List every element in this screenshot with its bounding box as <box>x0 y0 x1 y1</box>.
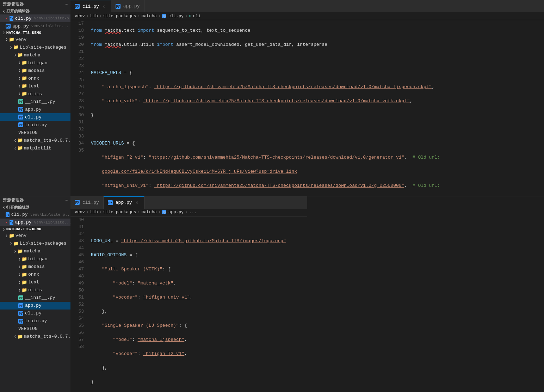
pane-main-top: py cli.py ✕ py app.py venv › Lib › site-… <box>70 0 544 196</box>
folder-icon-hifigan-top: 📁 <box>21 60 27 66</box>
open-file-cli-top[interactable]: ✕ py cli.py venv\Lib\site-p... <box>0 14 70 22</box>
sidebar-menu-icon-bottom[interactable]: ⋯ <box>65 198 68 202</box>
folder-icon-matcha-tts-bottom: 📁 <box>17 334 23 339</box>
folder-icon-models-top: 📁 <box>21 68 27 73</box>
section-project-top[interactable]: ❯ MATCHA-TTS-DEMO <box>0 30 70 36</box>
tree-lib-top[interactable]: ❯ 📁 Lib\site-packages <box>0 43 70 51</box>
chevron-open-bottom: ❮ <box>3 205 5 209</box>
line-numbers-top: 17181920212223 24252627282930 3132333435 <box>70 20 88 196</box>
tab-app-bottom[interactable]: py app.py ✕ <box>104 196 144 209</box>
folder-icon-lib-bottom: 📁 <box>13 241 19 246</box>
py-icon-cli-bottom: py <box>6 212 10 217</box>
py-icon-app2-top: py <box>18 107 23 112</box>
folder-icon-matcha-bottom: 📁 <box>17 249 23 254</box>
tree-utils-top[interactable]: ❮ 📁 utils <box>0 90 70 98</box>
close-icon-app-bottom[interactable]: ✕ <box>6 220 8 225</box>
tab-app-top[interactable]: py app.py <box>111 0 144 12</box>
folder-icon-onnx-bottom: 📁 <box>21 272 27 277</box>
right-blank-area <box>307 196 544 392</box>
editor-pane-top: 资源管理器 ⋯ ❮ 打开的编辑器 ✕ py cli.py venv\Lib\si… <box>0 0 544 196</box>
tree-app-bottom[interactable]: py app.py <box>0 302 70 310</box>
tab-py-icon-app-b: py <box>108 200 113 205</box>
tree-matcha-top[interactable]: ❯ 📁 matcha <box>0 51 70 59</box>
tree-cli-top[interactable]: py cli.py <box>0 113 70 121</box>
tab-bar-top: py cli.py ✕ py app.py <box>70 0 544 12</box>
py-icon-app-top: py <box>6 24 11 29</box>
tree-venv-bottom[interactable]: ❯ 📁 venv <box>0 232 70 240</box>
py-icon-train-bottom: py <box>18 319 23 324</box>
sidebar-title-bottom: 资源管理器 <box>3 197 24 203</box>
folder-icon-text-bottom: 📁 <box>21 280 27 285</box>
tab-close-cli[interactable]: ✕ <box>101 4 107 9</box>
tree-text-top[interactable]: ❮ 📁 text <box>0 82 70 90</box>
tree-venv-top[interactable]: ❯ 📁 venv <box>0 36 70 43</box>
tab-py-icon-cli: py <box>75 4 80 9</box>
sidebar-header-bottom: 资源管理器 ⋯ <box>0 196 70 204</box>
code-content-top[interactable]: from matcha.text import sequence_to_text… <box>88 20 544 196</box>
tree-init-top[interactable]: py __init__.py <box>0 98 70 105</box>
tree-onnx-bottom[interactable]: ❮ 📁 onnx <box>0 271 70 278</box>
tree-train-top[interactable]: py train.py <box>0 121 70 129</box>
tree-text-bottom[interactable]: ❮ 📁 text <box>0 278 70 286</box>
sidebar-menu-icon[interactable]: ⋯ <box>65 2 68 6</box>
tab-py-icon-cli-b: py <box>75 200 80 205</box>
tab-cli-top[interactable]: py cli.py ✕ <box>70 0 111 12</box>
py-icon-cli2-top: py <box>18 115 23 120</box>
folder-icon-utils-top: 📁 <box>21 91 27 97</box>
sidebar-tree-bottom: ❯ 📁 venv ❯ 📁 Lib\site-packages ❯ 📁 match… <box>0 232 70 392</box>
open-file-cli-bottom[interactable]: py cli.py venv\Lib\site-p... <box>0 211 70 219</box>
pane-main-bottom: py cli.py py app.py ✕ venv › Lib › site-… <box>70 196 307 392</box>
folder-icon-venv-top: 📁 <box>9 37 14 42</box>
tree-init-bottom[interactable]: py __init__.py <box>0 294 70 302</box>
editor-pane-bottom: 资源管理器 ⋯ ❮ 打开的编辑器 py cli.py venv\Lib\site… <box>0 196 544 392</box>
tree-models-top[interactable]: ❮ 📁 models <box>0 67 70 74</box>
folder-icon-lib-top: 📁 <box>13 44 19 50</box>
py-icon-train-top: py <box>18 122 23 127</box>
section-project-bottom[interactable]: ❯ MATCHA-TTS-DEMO <box>0 226 70 232</box>
tree-version-bottom[interactable]: VERSION <box>0 325 70 333</box>
folder-icon-venv-bottom: 📁 <box>9 233 14 239</box>
sidebar-top: 资源管理器 ⋯ ❮ 打开的编辑器 ✕ py cli.py venv\Lib\si… <box>0 0 70 196</box>
editor-split: 资源管理器 ⋯ ❮ 打开的编辑器 ✕ py cli.py venv\Lib\si… <box>0 0 544 392</box>
tree-lib-bottom[interactable]: ❯ 📁 Lib\site-packages <box>0 240 70 247</box>
section-open-editors-top[interactable]: ❮ 打开的编辑器 <box>0 8 70 14</box>
line-numbers-bottom: 40414243444546 47484950515253 5455565758 <box>70 216 88 392</box>
tab-close-app-b[interactable]: ✕ <box>134 200 140 206</box>
tree-onnx-top[interactable]: ❮ 📁 onnx <box>0 74 70 82</box>
folder-icon-matcha-top: 📁 <box>17 52 23 58</box>
tab-py-icon-app: py <box>116 4 120 9</box>
tab-cli-bottom[interactable]: py cli.py <box>70 196 104 209</box>
tree-app-top[interactable]: py app.py <box>0 105 70 113</box>
tree-train-bottom[interactable]: py train.py <box>0 317 70 325</box>
sidebar-header-top: 资源管理器 ⋯ <box>0 0 70 8</box>
tree-matplotlib-top[interactable]: ❮ 📁 matplotlib <box>0 144 70 152</box>
breadcrumb-top: venv › Lib › site-packages › matcha › py… <box>70 12 544 20</box>
section-open-editors-bottom[interactable]: ❮ 打开的编辑器 <box>0 204 70 211</box>
tree-models-bottom[interactable]: ❮ 📁 models <box>0 263 70 271</box>
tree-matcha-tts-top[interactable]: ❮ 📁 matcha_tts-0.0.7.2... <box>0 136 70 144</box>
sidebar-tree-top: ❯ 📁 venv ❯ 📁 Lib\site-packages ❯ 📁 match… <box>0 36 70 196</box>
breadcrumb-py-icon-top: py <box>162 14 166 18</box>
tree-cli-bottom[interactable]: py cli.py <box>0 310 70 317</box>
folder-icon-onnx-top: 📁 <box>21 75 27 81</box>
breadcrumb-py-icon-bottom: py <box>162 210 166 214</box>
tree-hifigan-top[interactable]: ❮ 📁 hifigan <box>0 59 70 67</box>
tree-hifigan-bottom[interactable]: ❮ 📁 hifigan <box>0 255 70 263</box>
tree-matcha-bottom[interactable]: ❯ 📁 matcha <box>0 247 70 255</box>
sidebar-title-top: 资源管理器 <box>3 1 24 7</box>
py-icon-cli-top: py <box>10 16 13 21</box>
sidebar-bottom: 资源管理器 ⋯ ❮ 打开的编辑器 py cli.py venv\Lib\site… <box>0 196 70 392</box>
chevron-project-top: ❯ <box>3 31 5 35</box>
tree-utils-bottom[interactable]: ❮ 📁 utils <box>0 286 70 294</box>
folder-icon-utils-bottom: 📁 <box>21 287 27 293</box>
folder-icon-matplotlib-top: 📁 <box>17 145 23 151</box>
open-file-app-top[interactable]: py app.py venv\Lib\site... <box>0 22 70 30</box>
code-wrap-top: 17181920212223 24252627282930 3132333435… <box>70 20 544 196</box>
tree-version-top[interactable]: VERSION <box>0 129 70 136</box>
code-content-bottom[interactable]: LOGO_URL = "https://shivammehta25.github… <box>88 216 307 392</box>
close-icon-cli-top[interactable]: ✕ <box>6 16 8 20</box>
tree-matcha-tts-bottom[interactable]: ❮ 📁 matcha_tts-0.0.7.2... <box>0 333 70 341</box>
open-file-app-bottom[interactable]: ✕ py app.py venv\Lib\site... <box>0 219 70 226</box>
code-wrap-bottom: 40414243444546 47484950515253 5455565758… <box>70 216 307 392</box>
folder-icon-models-bottom: 📁 <box>21 264 27 270</box>
